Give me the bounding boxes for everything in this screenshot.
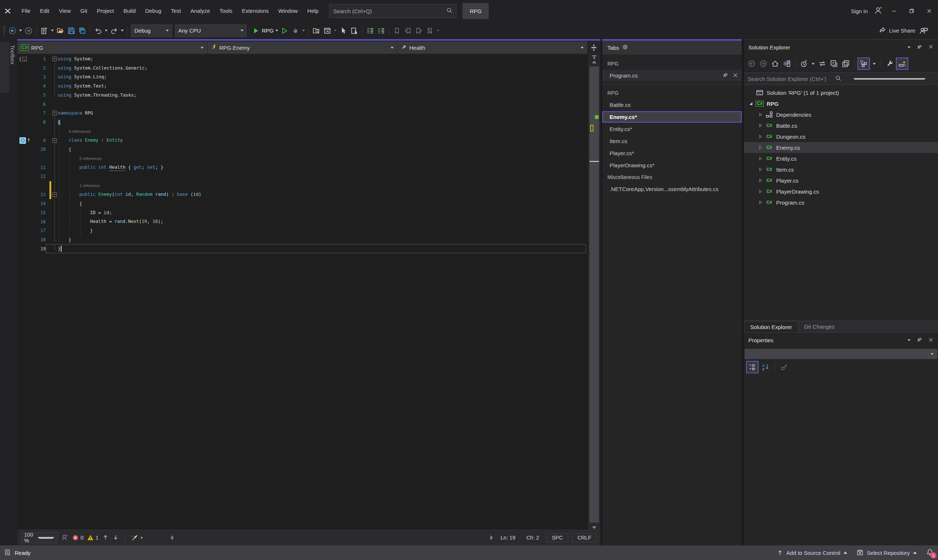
- menu-build[interactable]: Build: [119, 0, 140, 22]
- code-line-10[interactable]: 10{: [17, 145, 601, 154]
- collapse-arrow-icon[interactable]: [747, 102, 755, 105]
- pin-icon[interactable]: [722, 72, 728, 79]
- code-line-9[interactable]: ↑9class Enemy : Entity: [17, 136, 601, 145]
- glyph-margin[interactable]: [17, 145, 40, 154]
- code-line-12[interactable]: 12: [17, 172, 601, 181]
- save-all-button[interactable]: [77, 25, 88, 37]
- user-account-icon[interactable]: [871, 0, 885, 22]
- hot-reload-button[interactable]: [290, 25, 301, 37]
- tree-item-player-cs[interactable]: C#Player.cs: [744, 175, 938, 186]
- menu-extensions[interactable]: Extensions: [237, 0, 274, 22]
- expand-arrow-icon[interactable]: [756, 146, 764, 149]
- navigate-back-button[interactable]: [7, 25, 18, 37]
- tree-item-rpg[interactable]: C#RPG: [744, 98, 938, 109]
- preview-selected-items-button[interactable]: [896, 57, 908, 70]
- code-text[interactable]: using System.Threading.Tasks;: [58, 91, 601, 100]
- properties-object-dropdown[interactable]: [745, 349, 937, 359]
- code-text[interactable]: using System;: [58, 55, 601, 64]
- document-tab-playerdrawing-cs-[interactable]: PlayerDrawing.cs*: [602, 160, 742, 171]
- glyph-margin[interactable]: [17, 100, 40, 109]
- folding-margin[interactable]: [52, 181, 58, 190]
- solution-explorer-shortcut-button[interactable]: [322, 25, 333, 37]
- window-position-dropdown-icon[interactable]: [907, 46, 910, 48]
- code-text[interactable]: {: [58, 199, 601, 208]
- expand-arrow-icon[interactable]: [756, 157, 764, 160]
- tree-item-dungeon-cs[interactable]: C#Dungeon.cs: [744, 131, 938, 142]
- add-to-source-control-button[interactable]: Add to Source Control: [777, 550, 847, 556]
- menu-help[interactable]: Help: [302, 0, 323, 22]
- folding-margin[interactable]: [52, 127, 58, 136]
- code-text[interactable]: public int Health { get; set; }: [58, 163, 601, 172]
- code-line-13[interactable]: 13public Enemy(int id, Random rand) : ba…: [17, 190, 601, 199]
- menu-view[interactable]: View: [54, 0, 75, 22]
- glyph-margin[interactable]: [17, 217, 40, 226]
- new-project-button[interactable]: [39, 25, 50, 37]
- glyph-margin[interactable]: [17, 154, 40, 163]
- vertical-scrollbar[interactable]: [588, 55, 601, 529]
- folding-margin[interactable]: [52, 55, 58, 64]
- solution-explorer-search-box[interactable]: Search Solution Explorer (Ctrl+'): [744, 72, 938, 85]
- folding-margin[interactable]: [52, 235, 58, 245]
- scroll-up-arrow[interactable]: [588, 61, 601, 63]
- toggle-bookmark-button[interactable]: [391, 25, 402, 37]
- redo-button[interactable]: [109, 25, 120, 37]
- folding-margin[interactable]: [52, 109, 58, 118]
- tabs-settings-icon[interactable]: [622, 44, 628, 51]
- search-box[interactable]: Search (Ctrl+Q): [329, 4, 457, 18]
- properties-button[interactable]: [884, 58, 895, 69]
- close-icon[interactable]: [733, 72, 738, 79]
- code-text[interactable]: using System.Text;: [58, 82, 601, 91]
- forward-button[interactable]: [758, 58, 769, 69]
- minimize-button[interactable]: [885, 0, 903, 22]
- search-icon[interactable]: [446, 7, 453, 15]
- code-line-6[interactable]: 6: [17, 100, 601, 109]
- collapse-all-button[interactable]: [829, 58, 839, 69]
- glyph-margin[interactable]: {↘: [17, 55, 40, 64]
- sync-with-active-document-button[interactable]: [817, 58, 828, 69]
- redo-dropdown[interactable]: [120, 30, 125, 31]
- feedback-button[interactable]: [918, 25, 929, 37]
- navigate-down-icon[interactable]: [112, 534, 119, 542]
- filter-dropdown-icon[interactable]: [812, 63, 815, 65]
- code-structure-glyph-icon[interactable]: {↘: [18, 56, 27, 62]
- search-icon[interactable]: [835, 75, 841, 82]
- folding-margin[interactable]: [52, 64, 58, 73]
- glyph-margin[interactable]: [17, 208, 40, 217]
- window-position-dropdown-icon[interactable]: [907, 339, 910, 341]
- tree-item-dependencies[interactable]: Dependencies: [744, 109, 938, 120]
- folding-margin[interactable]: [52, 82, 58, 91]
- document-tab-entity-cs-[interactable]: Entity.cs*: [602, 123, 742, 135]
- column-indicator[interactable]: Ch: 2: [523, 535, 543, 541]
- navigate-up-icon[interactable]: [102, 534, 109, 542]
- menu-file[interactable]: File: [17, 0, 35, 22]
- sign-in-link[interactable]: Sign in: [847, 8, 871, 14]
- tree-item-solution-rpg-1-of-1-project-[interactable]: Solution 'RPG' (1 of 1 project): [744, 87, 938, 98]
- codelens-references[interactable]: 5 references: [79, 156, 102, 161]
- glyph-margin[interactable]: [17, 91, 40, 100]
- tool-tab-solution-explorer[interactable]: Solution Explorer: [744, 321, 798, 332]
- undo-dropdown[interactable]: [103, 30, 109, 31]
- codelens-references[interactable]: 1 reference: [79, 183, 100, 188]
- solution-explorer-shortcut-dropdown[interactable]: [333, 30, 338, 31]
- solution-explorer-header[interactable]: Solution Explorer: [744, 40, 938, 55]
- inheritance-glyph-icon[interactable]: ↑: [19, 137, 31, 144]
- folding-margin[interactable]: [52, 226, 58, 235]
- code-text[interactable]: Health = rand.Next(10, 16);: [58, 217, 601, 226]
- scrollbar-thumb[interactable]: [590, 67, 599, 522]
- glyph-margin[interactable]: ↑: [17, 136, 40, 145]
- glyph-margin[interactable]: [17, 172, 40, 181]
- home-button[interactable]: [770, 58, 781, 69]
- pin-icon[interactable]: [916, 337, 922, 344]
- code-text[interactable]: namespace RPG: [58, 109, 601, 118]
- code-line-8[interactable]: 8{: [17, 118, 601, 127]
- toolbar-drag-handle[interactable]: [3, 26, 5, 35]
- split-window-button[interactable]: [588, 44, 600, 51]
- member-dropdown[interactable]: Health: [397, 42, 587, 54]
- document-tab-enemy-cs-[interactable]: Enemy.cs*: [602, 111, 742, 123]
- type-dropdown[interactable]: RPG.Enemy: [208, 42, 397, 54]
- document-tab-item-cs[interactable]: Item.cs: [602, 135, 742, 147]
- code-text[interactable]: }: [58, 235, 601, 245]
- codelens-row[interactable]: 5 references: [17, 154, 601, 163]
- zoom-level-dropdown[interactable]: 100 %: [21, 532, 57, 543]
- code-line-18[interactable]: 18}: [17, 235, 601, 245]
